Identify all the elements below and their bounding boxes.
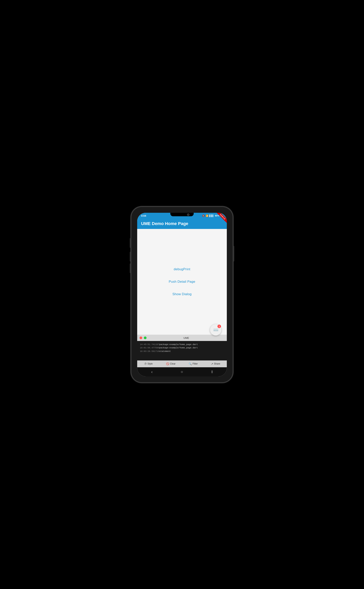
- style-label: Style: [148, 362, 153, 365]
- debug-banner-container: DEBUG: [213, 213, 227, 227]
- share-label: Share: [214, 362, 220, 365]
- clear-icon: 🚫: [166, 362, 169, 365]
- recent-button[interactable]: ⦀: [211, 370, 213, 374]
- filter-label: Filter: [193, 362, 198, 365]
- main-content: debugPrint Push Detail Page Show Dialog: [137, 229, 227, 335]
- filter-button[interactable]: 🔍 Filter: [182, 362, 204, 366]
- filter-icon: 🔍: [189, 362, 192, 365]
- share-icon: ↗: [211, 362, 213, 365]
- log-text-1: package:example/home_page.dart: [159, 343, 198, 346]
- wifi-icon: 📶: [206, 214, 208, 217]
- back-button[interactable]: ‹: [151, 370, 153, 374]
- log-timestamp-2: 16:01:56.477590: [140, 346, 159, 350]
- share-button[interactable]: ↗ Share: [204, 362, 227, 366]
- home-button[interactable]: ○: [181, 370, 183, 374]
- log-line-2: 16:01:56.477590 package:example/home_pag…: [140, 346, 224, 350]
- console-title-bar: UME: [137, 335, 227, 341]
- traffic-light-red[interactable]: [140, 337, 142, 339]
- phone-device: DEBUG 4:04 🔇 📶 ▌▌▌ 85% ⚡ UME Demo Home P…: [131, 207, 233, 382]
- console-body: 14:45:51.741197 package:example/home_pag…: [137, 341, 227, 361]
- mute-icon: 🔇: [202, 214, 205, 217]
- debug-banner-label: DEBUG: [216, 213, 227, 223]
- log-line-3: 16:03:28.591719 statement: [140, 350, 224, 353]
- traffic-light-green[interactable]: [144, 337, 147, 339]
- log-timestamp-1: 14:45:51.741197: [140, 343, 159, 346]
- terminal-icon: ⌨️: [213, 327, 218, 332]
- push-detail-button[interactable]: Push Detail Page: [166, 278, 198, 285]
- style-button[interactable]: ⏱ Style: [137, 362, 160, 366]
- clear-label: Clear: [170, 362, 176, 365]
- log-text-2: package:example/home_page.dart: [159, 346, 198, 350]
- clear-button[interactable]: 🚫 Clear: [160, 362, 182, 366]
- fab-badge: 1: [217, 325, 221, 328]
- phone-screen: DEBUG 4:04 🔇 📶 ▌▌▌ 85% ⚡ UME Demo Home P…: [137, 213, 227, 376]
- log-timestamp-3: 16:03:28.591719: [140, 350, 159, 353]
- log-line-1: 14:45:51.741197 package:example/home_pag…: [140, 343, 224, 346]
- console-toolbar: ⏱ Style 🚫 Clear 🔍 Filter ↗ Share: [137, 361, 227, 367]
- console-panel: UME 14:45:51.741197 package:example/home…: [137, 335, 227, 367]
- show-dialog-button[interactable]: Show Dialog: [169, 291, 195, 298]
- notch: [170, 213, 194, 216]
- log-text-3: statement: [159, 350, 171, 353]
- status-time: 4:04: [141, 214, 146, 217]
- app-bar-title: UME Demo Home Page: [141, 221, 188, 226]
- style-icon: ⏱: [144, 362, 147, 365]
- fab-button[interactable]: ⌨️ 1: [210, 324, 221, 336]
- debug-print-button[interactable]: debugPrint: [170, 266, 193, 273]
- nav-bar: ‹ ○ ⦀: [137, 367, 227, 376]
- camera: [187, 214, 189, 216]
- console-title: UME: [148, 337, 224, 339]
